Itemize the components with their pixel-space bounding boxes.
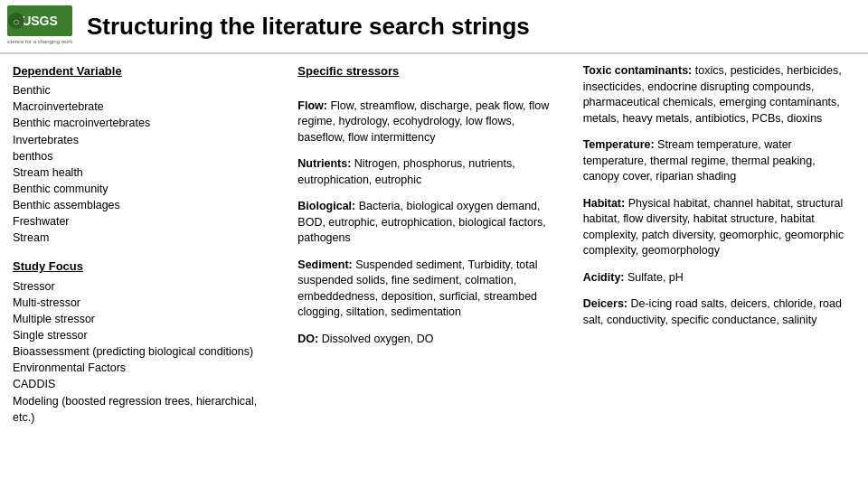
stressor-temperature: Temperature: Stream temperature, water t… <box>583 137 850 185</box>
stressor-flow: Flow: Flow, streamflow, discharge, peak … <box>297 99 564 146</box>
header: USGS ⬡ science for a changing world Stru… <box>0 0 868 54</box>
list-item: Macroinvertebrate <box>13 99 279 115</box>
list-item: Stressor <box>13 278 279 295</box>
column-3: Toxic contaminants: toxics, pesticides, … <box>574 63 859 477</box>
stressor-biological-label: Biological: <box>297 200 355 212</box>
list-item: Multi-stressor <box>13 295 279 311</box>
page-title: Structuring the literature search string… <box>87 13 530 41</box>
dependent-variable-title: Dependent Variable <box>13 63 279 80</box>
list-item: Benthic <box>13 82 279 99</box>
list-item: Stream <box>13 230 279 246</box>
svg-text:USGS: USGS <box>22 14 58 28</box>
svg-text:science for a changing world: science for a changing world <box>7 39 72 44</box>
list-item: Environmental Factors <box>13 360 279 376</box>
dependent-variable-list: Benthic Macroinvertebrate Benthic macroi… <box>13 82 279 246</box>
specific-stressors-title: Specific stressors <box>297 63 564 80</box>
column-2: Specific stressors Flow: Flow, streamflo… <box>288 63 573 477</box>
stressor-toxic: Toxic contaminants: toxics, pesticides, … <box>583 63 850 127</box>
list-item: Benthic community <box>13 181 279 197</box>
stressor-toxic-label: Toxic contaminants: <box>583 64 693 77</box>
stressor-sediment-label: Sediment: <box>297 258 352 271</box>
stressor-acidity-text: Sulfate, pH <box>625 271 684 284</box>
svg-text:⬡: ⬡ <box>14 19 19 25</box>
stressor-sediment: Sediment: Suspended sediment, Turbidity,… <box>297 258 564 321</box>
main-content: Dependent Variable Benthic Macroinverteb… <box>0 54 868 486</box>
study-focus-title: Study Focus <box>13 258 279 275</box>
stressor-habitat-label: Habitat: <box>583 197 626 210</box>
stressor-do-label: DO: <box>297 333 318 345</box>
list-item: Benthic assemblages <box>13 197 279 213</box>
stressor-do: DO: Dissolved oxygen, DO <box>297 332 564 348</box>
list-item: Modeling (boosted regression trees, hier… <box>13 393 279 426</box>
stressor-do-text: Dissolved oxygen, DO <box>318 333 433 345</box>
stressor-acidity-label: Acidity: <box>583 271 625 284</box>
stressor-deicers-label: Deicers: <box>583 297 627 310</box>
column-1: Dependent Variable Benthic Macroinverteb… <box>9 63 288 477</box>
list-item: benthos <box>13 148 279 164</box>
stressor-flow-text: Flow, streamflow, discharge, peak flow, … <box>297 99 549 144</box>
usgs-logo: USGS ⬡ science for a changing world <box>7 5 72 47</box>
list-item: Bioassessment (predicting biological con… <box>13 343 279 360</box>
stressor-biological: Biological: Bacteria, biological oxygen … <box>297 199 564 247</box>
list-item: CADDIS <box>13 376 279 392</box>
stressor-temperature-label: Temperature: <box>583 138 655 151</box>
stressor-nutrients: Nutrients: Nitrogen, phosphorus, nutrien… <box>297 156 564 188</box>
list-item: Single stressor <box>13 327 279 343</box>
stressor-habitat: Habitat: Physical habitat, channel habit… <box>583 196 850 259</box>
stressor-deicers: Deicers: De-icing road salts, deicers, c… <box>583 296 850 328</box>
study-focus-list: Stressor Multi-stressor Multiple stresso… <box>13 278 279 426</box>
list-item: Invertebrates <box>13 132 279 148</box>
logo-area: USGS ⬡ science for a changing world <box>7 5 72 47</box>
list-item: Multiple stressor <box>13 311 279 327</box>
stressor-flow-label: Flow: <box>297 99 327 112</box>
stressor-acidity: Acidity: Sulfate, pH <box>583 270 850 286</box>
list-item: Stream health <box>13 164 279 181</box>
list-item: Benthic macroinvertebrates <box>13 115 279 131</box>
list-item: Freshwater <box>13 213 279 230</box>
stressor-nutrients-label: Nutrients: <box>297 157 351 170</box>
